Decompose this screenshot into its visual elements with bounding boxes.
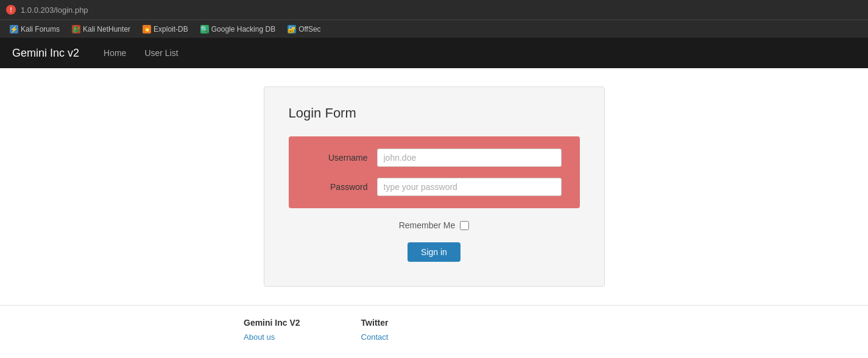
google-hacking-db-icon: 🔍 — [200, 25, 209, 33]
bookmark-offsec-label: OffSec — [298, 25, 320, 33]
bookmark-exploit-db-label: Exploit-DB — [153, 25, 188, 33]
footer-col2-heading: Twitter — [361, 318, 389, 328]
signin-button[interactable]: Sign in — [408, 242, 460, 262]
username-input[interactable] — [377, 149, 562, 167]
exploit-db-icon: 💥 — [143, 25, 151, 33]
url-host: 1.0.0.203 — [21, 5, 54, 15]
url-bar: 1.0.0.203/login.php — [21, 5, 88, 15]
bookmark-exploit-db[interactable]: 💥 Exploit-DB — [138, 23, 193, 35]
main-content: Login Form Username Password Remember Me… — [0, 68, 868, 305]
form-fields-background: Username Password — [289, 136, 580, 208]
footer-col1-heading: Gemini Inc V2 — [244, 318, 300, 328]
bookmark-google-hacking-db-label: Google Hacking DB — [211, 25, 275, 33]
username-group: Username — [307, 149, 562, 167]
signin-row: Sign in — [289, 242, 580, 262]
kali-nethunter-icon: 🐉 — [72, 25, 80, 33]
remember-me-row: Remember Me — [289, 220, 580, 230]
remember-me-checkbox[interactable] — [460, 221, 469, 230]
footer-about-link[interactable]: About us — [244, 332, 300, 342]
bookmark-kali-nethunter[interactable]: 🐉 Kali NetHunter — [67, 23, 135, 35]
footer-col-2: Twitter Contact — [361, 318, 389, 342]
login-title: Login Form — [289, 105, 580, 121]
remember-me-label: Remember Me — [399, 220, 456, 230]
url-path: /login.php — [54, 5, 88, 15]
nav-home[interactable]: Home — [104, 48, 126, 58]
favicon-icon: ! — [6, 5, 16, 15]
bookmark-kali-nethunter-label: Kali NetHunter — [83, 25, 130, 33]
footer-col-1: Gemini Inc V2 About us — [244, 318, 300, 342]
footer-contact-link[interactable]: Contact — [361, 332, 389, 342]
bookmark-kali-forums-label: Kali Forums — [21, 25, 60, 33]
nav-user-list[interactable]: User List — [144, 48, 178, 58]
brand-title: Gemini Inc v2 — [12, 47, 79, 60]
browser-bar: ! 1.0.0.203/login.php — [0, 0, 868, 19]
login-card: Login Form Username Password Remember Me… — [264, 86, 605, 287]
app-navbar: Gemini Inc v2 Home User List — [0, 38, 868, 68]
password-label: Password — [307, 182, 368, 192]
footer: Gemini Inc V2 About us Twitter Contact — [0, 306, 868, 354]
bookmark-offsec[interactable]: 🔐 OffSec — [283, 23, 325, 35]
password-input[interactable] — [377, 178, 562, 196]
username-label: Username — [307, 153, 368, 163]
bookmark-google-hacking-db[interactable]: 🔍 Google Hacking DB — [196, 23, 280, 35]
bookmark-kali-forums[interactable]: ⚡ Kali Forums — [5, 23, 65, 35]
bookmarks-bar: ⚡ Kali Forums 🐉 Kali NetHunter 💥 Exploit… — [0, 19, 868, 38]
password-group: Password — [307, 178, 562, 196]
offsec-icon: 🔐 — [288, 25, 296, 33]
kali-forums-icon: ⚡ — [10, 25, 18, 33]
